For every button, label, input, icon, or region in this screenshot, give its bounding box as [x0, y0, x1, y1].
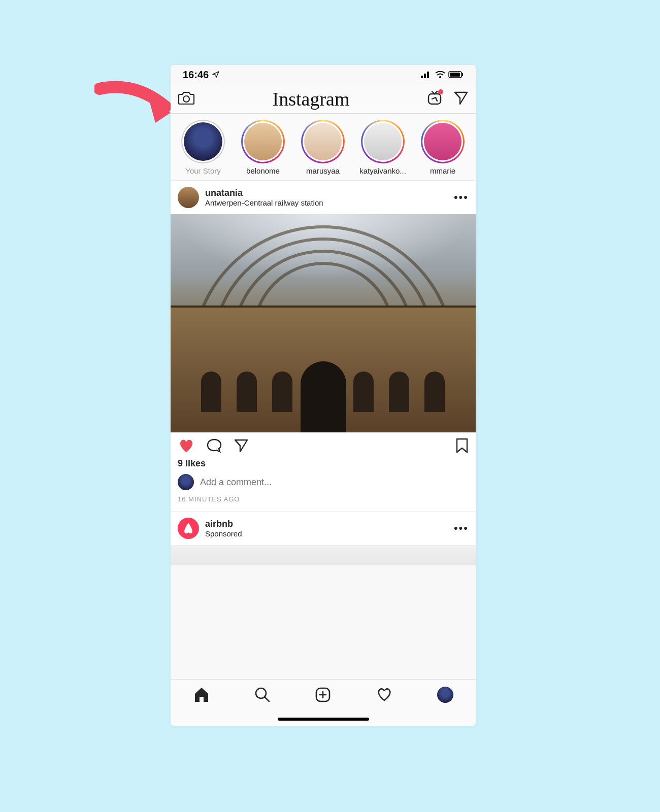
- svg-point-3: [439, 76, 441, 78]
- sponsored-name[interactable]: airbnb: [205, 519, 454, 529]
- story-label: mmarie: [430, 166, 455, 175]
- story-avatar: [424, 123, 461, 160]
- heart-icon: [178, 438, 195, 453]
- svg-rect-6: [462, 73, 463, 76]
- story-label: marusyaa: [306, 166, 340, 175]
- story-ring: [421, 120, 465, 163]
- story-item[interactable]: mmarie: [417, 120, 468, 175]
- svg-line-9: [455, 92, 460, 98]
- sponsored-options-button[interactable]: •••: [454, 522, 469, 535]
- app-logo: Instagram: [273, 88, 350, 110]
- share-button[interactable]: [234, 438, 249, 455]
- self-avatar-small: [178, 474, 194, 490]
- story-ring: [241, 120, 285, 163]
- phone-frame: 16:46 Instagram Your Storybelonomema: [171, 65, 476, 726]
- story-item[interactable]: marusyaa: [298, 120, 348, 175]
- nav-new-post-button[interactable]: [315, 687, 331, 704]
- stories-row[interactable]: Your Storybelonomemarusyaakatyaivanko...…: [171, 114, 476, 181]
- likes-count[interactable]: 9 likes: [171, 458, 476, 472]
- sponsored-avatar[interactable]: [178, 518, 199, 539]
- post-header: unatania Antwerpen-Centraal railway stat…: [171, 181, 476, 214]
- bottom-nav: [171, 679, 476, 726]
- svg-line-12: [265, 697, 269, 701]
- nav-search-button[interactable]: [254, 687, 271, 704]
- camera-icon: [178, 90, 195, 106]
- save-button[interactable]: [455, 437, 469, 455]
- top-nav: Instagram: [171, 84, 476, 114]
- bookmark-icon: [455, 437, 469, 454]
- story-item[interactable]: belonome: [238, 120, 288, 175]
- story-ring: [181, 120, 225, 163]
- airbnb-logo-icon: [182, 522, 194, 535]
- nav-profile-button[interactable]: [437, 687, 453, 703]
- story-label: belonome: [246, 166, 280, 175]
- sponsored-post-header: airbnb Sponsored •••: [171, 511, 476, 545]
- paper-plane-icon: [234, 438, 249, 453]
- wifi-icon: [435, 71, 445, 78]
- speech-bubble-icon: [206, 438, 222, 453]
- location-arrow-icon: [212, 71, 220, 79]
- story-avatar: [244, 123, 282, 160]
- like-button[interactable]: [178, 438, 195, 455]
- paper-plane-icon: [453, 90, 469, 106]
- comment-button[interactable]: [206, 438, 222, 455]
- home-icon: [193, 687, 210, 703]
- svg-line-10: [235, 440, 240, 446]
- story-avatar: [364, 123, 402, 160]
- status-bar: 16:46: [171, 65, 476, 84]
- home-indicator: [278, 718, 369, 721]
- search-icon: [254, 687, 271, 703]
- story-avatar: [304, 123, 342, 160]
- svg-rect-0: [421, 76, 423, 78]
- igtv-notification-dot: [438, 89, 443, 94]
- status-time: 16:46: [183, 69, 209, 81]
- svg-rect-1: [424, 74, 426, 78]
- annotation-arrow: [94, 76, 181, 132]
- svg-rect-5: [450, 73, 460, 77]
- plus-square-icon: [315, 687, 331, 703]
- igtv-button[interactable]: [427, 90, 442, 107]
- svg-point-11: [256, 688, 266, 698]
- story-item[interactable]: katyaivanko...: [357, 120, 408, 175]
- story-item[interactable]: Your Story: [178, 120, 228, 175]
- post-actions: [171, 432, 476, 458]
- svg-rect-2: [427, 72, 429, 78]
- post-options-button[interactable]: •••: [454, 191, 469, 204]
- svg-rect-8: [428, 94, 441, 104]
- story-label: Your Story: [185, 166, 221, 175]
- add-comment-row: [171, 472, 476, 493]
- story-label: katyaivanko...: [359, 166, 406, 175]
- sponsored-label: Sponsored: [205, 529, 454, 538]
- nav-activity-button[interactable]: [376, 687, 393, 703]
- sponsored-image-peek[interactable]: [171, 545, 476, 565]
- svg-point-7: [183, 96, 189, 102]
- nav-home-button[interactable]: [193, 687, 210, 704]
- comment-input[interactable]: [200, 477, 469, 488]
- profile-avatar-icon: [437, 687, 453, 703]
- post-location[interactable]: Antwerpen-Centraal railway station: [205, 198, 454, 207]
- post-image[interactable]: [171, 214, 476, 432]
- camera-button[interactable]: [178, 90, 195, 107]
- post-timestamp: 16 MINUTES AGO: [171, 493, 476, 511]
- story-ring: [301, 120, 345, 163]
- battery-icon: [448, 71, 464, 78]
- story-ring: [361, 120, 405, 163]
- post-author-avatar[interactable]: [178, 187, 199, 208]
- heart-outline-icon: [376, 687, 393, 702]
- post-author-name[interactable]: unatania: [205, 188, 454, 198]
- cellular-signal-icon: [421, 71, 432, 78]
- story-avatar: [184, 122, 222, 161]
- direct-messages-button[interactable]: [453, 90, 469, 107]
